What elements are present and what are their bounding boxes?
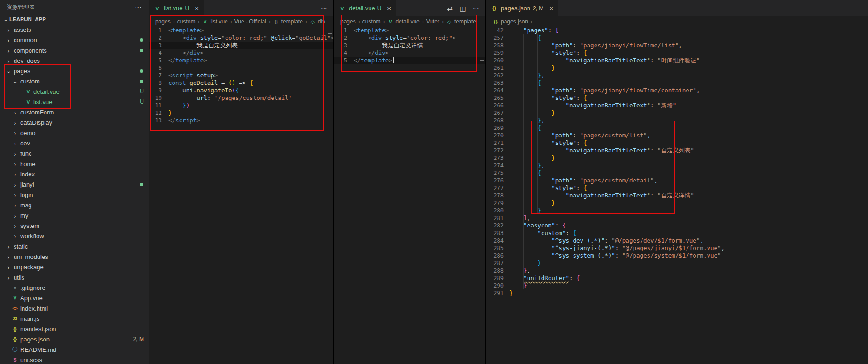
breadcrumb-item-list.vue[interactable]: Vlist.vue — [202, 18, 227, 25]
tree-item-index.html[interactable]: <>index.html — [0, 303, 149, 313]
code-line[interactable]: 286 "^sys-system-(.*)": "@/pages/system/… — [486, 252, 868, 259]
tree-item-workflow[interactable]: ›workflow — [0, 231, 149, 241]
code-line[interactable]: 273 } — [486, 154, 868, 162]
code-editor-detail-vue[interactable]: 1<template>2 <div style="color: red;">3 … — [334, 27, 485, 364]
code-line[interactable]: 268 }, — [486, 117, 868, 124]
tree-item-login[interactable]: ›login — [0, 190, 149, 200]
code-line[interactable]: 3 我是自定义列表 — [149, 42, 333, 49]
code-line[interactable]: 1<template> — [149, 27, 333, 34]
code-line[interactable]: 265 "style": { — [486, 94, 868, 102]
tree-item-.gitignore[interactable]: ◆.gitignore — [0, 282, 149, 293]
tree-item-main.js[interactable]: JSmain.js — [0, 313, 149, 324]
code-line[interactable]: 7<script setup> — [149, 72, 333, 79]
compare-icon[interactable]: ⇄ — [446, 5, 453, 12]
code-line[interactable]: 261 } — [486, 64, 868, 72]
code-line[interactable]: 262 }, — [486, 72, 868, 79]
breadcrumb-item-detail.vue[interactable]: Vdetail.vue — [387, 18, 419, 25]
tree-item-unpackage[interactable]: ›unpackage — [0, 262, 149, 272]
code-line[interactable]: 260 "navigationBarTitleText": "时间组件验证" — [486, 57, 868, 64]
more-icon[interactable]: ⋯ — [472, 5, 480, 12]
project-root-row[interactable]: ⌄ LEARUN_APP — [0, 14, 149, 24]
tree-item-system[interactable]: ›system — [0, 220, 149, 231]
explorer-more-actions-icon[interactable]: ⋯ — [135, 3, 142, 11]
code-line[interactable]: 267 } — [486, 109, 868, 117]
tree-item-func[interactable]: ›func — [0, 148, 149, 159]
code-line[interactable]: 291} — [486, 289, 868, 297]
tree-item-static[interactable]: ›static — [0, 241, 149, 251]
code-line[interactable]: 272 "navigationBarTitleText": "自定义列表" — [486, 147, 868, 154]
code-line[interactable]: 259 "style": { — [486, 49, 868, 57]
breadcrumb-item-template[interactable]: {}template — [273, 18, 303, 25]
tree-item-pages.json[interactable]: {}pages.json2, M — [0, 334, 149, 344]
code-line[interactable]: 258 "path": "pages/jianyi/flowTime/list"… — [486, 42, 868, 49]
tab-pages.json[interactable]: {}pages.json2, M× — [486, 0, 559, 16]
breadcrumb-item-pages[interactable]: pages — [155, 18, 171, 25]
tree-item-index[interactable]: ›index — [0, 169, 149, 179]
tree-item-list.vue[interactable]: Vlist.vueU — [0, 97, 149, 107]
tab-detail.vue[interactable]: Vdetail.vueU× — [334, 0, 396, 16]
code-line[interactable]: 284 "^sys-dev-(.*)": "@/pages/dev/$1/for… — [486, 237, 868, 244]
code-line[interactable]: 270 "path": "pages/custom/list", — [486, 132, 868, 139]
breadcrumb-item-...[interactable]: ... — [535, 18, 539, 25]
code-line[interactable]: 278 "navigationBarTitleText": "自定义详情" — [486, 192, 868, 199]
code-line[interactable]: 290 } — [486, 282, 868, 289]
tree-item-custom[interactable]: ⌄custom — [0, 76, 149, 86]
breadcrumb-item-template[interactable]: ◇template — [446, 18, 476, 25]
breadcrumb-item-pages[interactable]: pages — [340, 18, 356, 25]
close-icon[interactable]: × — [195, 4, 199, 12]
code-line[interactable]: 282 "easycom": { — [486, 222, 868, 229]
code-line[interactable]: 276 "path": "pages/custom/detail", — [486, 177, 868, 184]
code-line[interactable]: 9 uni.navigateTo({ — [149, 87, 333, 94]
breadcrumb-item-Vuter[interactable]: Vuter — [426, 18, 439, 25]
breadcrumb-item-Vue - Official[interactable]: Vue - Official — [234, 18, 266, 25]
tree-item-my[interactable]: ›my — [0, 210, 149, 220]
code-line[interactable]: 279 } — [486, 199, 868, 207]
code-line[interactable]: 289 "uniIdRouter": { — [486, 274, 868, 282]
code-line[interactable]: 257 { — [486, 34, 868, 42]
code-line[interactable]: 287 } — [486, 259, 868, 267]
code-line[interactable]: 42 "pages": [ — [486, 27, 868, 34]
code-line[interactable]: 11 }) — [149, 102, 333, 109]
tree-item-dataDisplay[interactable]: ›dataDisplay — [0, 117, 149, 128]
code-line[interactable]: 269 { — [486, 124, 868, 132]
tree-item-customForm[interactable]: ›customForm — [0, 107, 149, 117]
code-line[interactable]: 4 </div> — [334, 49, 485, 57]
code-line[interactable]: 266 "navigationBarTitleText": "新增" — [486, 102, 868, 109]
breadcrumb-item-pages.json[interactable]: {}pages.json — [492, 18, 528, 25]
tab-list.vue[interactable]: Vlist.vueU× — [149, 0, 204, 16]
code-line[interactable]: 10 url: '/pages/custom/detail' — [149, 94, 333, 102]
tree-item-jianyi[interactable]: ›jianyi — [0, 179, 149, 190]
close-icon[interactable]: × — [387, 4, 391, 12]
tree-item-dev_docs[interactable]: ›dev_docs — [0, 55, 149, 66]
code-editor-list-vue[interactable]: 1<template>2 <div style="color: red;" @c… — [149, 27, 333, 364]
tree-item-detail.vue[interactable]: Vdetail.vueU — [0, 86, 149, 97]
code-line[interactable]: 275 { — [486, 169, 868, 177]
code-line[interactable]: 1<template> — [334, 27, 485, 34]
code-line[interactable]: 281 ], — [486, 214, 868, 222]
tree-item-assets[interactable]: ›assets — [0, 24, 149, 35]
code-line[interactable]: 8const goDetail = () => { — [149, 79, 333, 87]
code-line[interactable]: 274 }, — [486, 162, 868, 169]
code-editor-pages-json[interactable]: 42 "pages": [257 {258 "path": "pages/jia… — [486, 27, 868, 364]
tree-item-dev[interactable]: ›dev — [0, 138, 149, 148]
code-line[interactable]: 4 </div> — [149, 49, 333, 57]
tree-item-common[interactable]: ›common — [0, 35, 149, 45]
code-line[interactable]: 5</template> — [149, 57, 333, 64]
code-line[interactable]: 3 我是自定义详情 — [334, 42, 485, 49]
code-line[interactable]: 283 "custom": { — [486, 229, 868, 237]
tree-item-uni.scss[interactable]: Suni.scss — [0, 355, 149, 364]
close-icon[interactable]: × — [549, 4, 553, 12]
code-line[interactable]: 264 "path": "pages/jianyi/flowTime/conta… — [486, 87, 868, 94]
code-line[interactable]: 285 "^sys-jianyi-(.*)": "@/pages/jianyi/… — [486, 244, 868, 252]
more-icon[interactable]: ⋯ — [320, 5, 328, 12]
breadcrumb-item-custom[interactable]: custom — [362, 18, 381, 25]
code-line[interactable]: 13</script> — [149, 117, 333, 124]
tree-item-demo[interactable]: ›demo — [0, 128, 149, 138]
code-line[interactable]: 271 "style": { — [486, 139, 868, 147]
code-line[interactable]: 2 <div style="color: red;"> — [334, 34, 485, 42]
tree-item-App.vue[interactable]: VApp.vue — [0, 293, 149, 303]
tree-item-manifest.json[interactable]: {}manifest.json — [0, 324, 149, 334]
code-line[interactable]: 6 — [149, 64, 333, 72]
breadcrumb-item-div[interactable]: ◇div — [309, 18, 325, 25]
code-line[interactable]: 12} — [149, 109, 333, 117]
